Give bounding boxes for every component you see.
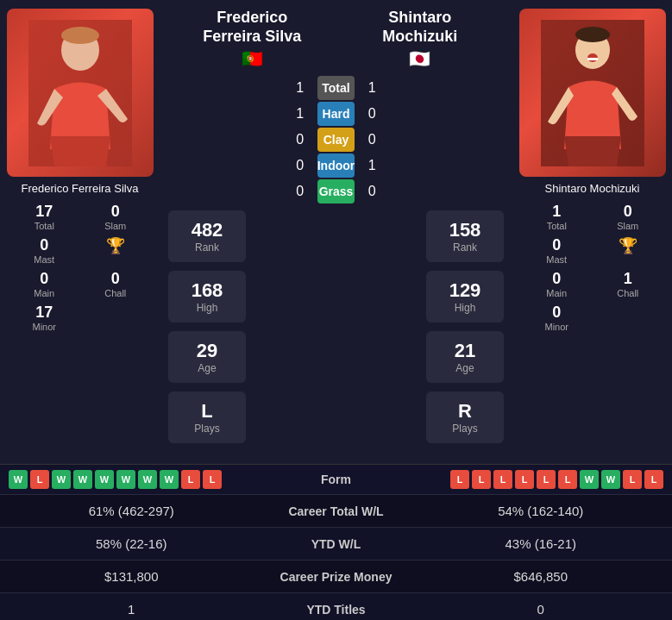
surface-badge-grass: Grass [317,179,355,204]
player-left-main-name: Frederico Ferreira Silva [168,9,336,46]
stat-main-left: 0 Main [9,267,80,301]
stat-trophy-left: 🏆 [80,234,152,267]
stats-row-2: 58% (22-16) YTD W/L 43% (16-21) [0,527,672,560]
stat-main-left-label: Main [34,288,54,298]
form-result-w: W [601,470,620,489]
form-result-l: L [450,470,469,489]
form-left: WLWWWWWWLL [9,470,285,489]
stat-total-left-label: Total [35,221,54,231]
stat-mast-left-value: 0 [40,236,48,254]
surface-score-right: 1 [359,80,385,96]
form-result-l: L [472,470,491,489]
stat-total-left: 17 Total [9,200,80,234]
form-result-l: L [515,470,534,489]
rank-left-label: Rank [185,241,229,254]
form-result-l: L [537,470,556,489]
form-result-l: L [558,470,577,489]
stats-row-4: 1 YTD Titles 0 [0,592,672,620]
form-row: WLWWWWWWLL Form LLLLLLWWLL [0,464,672,494]
player-right-main-name: Shintaro Mochizuki [336,9,505,46]
stat-chall-right: 1 Chall [593,267,664,301]
rank-box-left: 482 Rank [168,210,246,262]
player-left-bg [7,9,154,177]
age-box-right: 21 Age [426,331,504,383]
age-left-num: 29 [185,340,229,362]
flag-left-row: 🇵🇹 [168,48,336,69]
stat-total-right-value: 1 [552,203,561,221]
trophy-right-icon: 🏆 [619,236,637,255]
player-right-silhouette [541,20,644,166]
form-label: Form [285,473,388,486]
trophy-left-icon: 🏆 [106,236,125,255]
stat-slam-right-label: Slam [617,221,638,231]
form-right: LLLLLLWWLL [388,470,664,489]
middle-section: Frederico Ferreira Silva 🇵🇹 Shintaro Moc… [160,9,512,447]
form-result-l: L [644,470,663,489]
surface-badge-total: Total [317,76,355,100]
stats-left-4: 1 [13,602,250,617]
stats-right-1: 54% (162-140) [423,504,660,518]
rank-right-num: 158 [443,219,487,241]
stat-minor-left: 17 Minor [9,301,80,335]
player-right-bg [519,9,666,177]
stats-label-3: Career Prize Money [250,570,423,584]
stat-minor-right-value: 0 [552,304,561,322]
stats-left-3: $131,800 [13,569,250,584]
plays-left-num: L [185,400,229,423]
stats-label-2: YTD W/L [250,537,423,551]
stat-mast-left: 0 Mast [9,234,80,267]
stats-left-2: 58% (22-16) [13,536,250,551]
svg-point-2 [61,27,99,44]
player-left-name: Frederico Ferreira Silva [17,182,143,197]
player-left: Frederico Ferreira Silva 17 Total 0 Slam… [0,9,160,447]
stat-minor-left-value: 17 [35,304,53,322]
rank-boxes-row: 482 Rank 158 Rank [160,210,512,262]
player-right: Shintaro Mochizuki 1 Total 0 Slam 0 Mast… [512,9,672,447]
form-result-w: W [73,470,92,489]
players-section: Frederico Ferreira Silva 17 Total 0 Slam… [0,0,672,455]
surface-row-indoor: 0 Indoor 1 [279,153,394,178]
flag-right: 🇯🇵 [409,48,430,69]
surface-rows: 1 Total 1 1 Hard 0 0 Clay 0 0 Indoor 1 0… [279,74,394,205]
stat-slam-left-label: Slam [104,221,126,231]
surface-score-right: 1 [359,158,385,173]
surface-score-right: 0 [359,184,385,199]
stats-right-4: 0 [423,602,660,617]
age-box-left: 29 Age [168,331,246,383]
rank-right-label: Rank [443,241,487,254]
high-right-label: High [443,302,487,314]
form-result-w: W [116,470,135,489]
player-title-left: Frederico Ferreira Silva 🇵🇹 [168,9,336,69]
surface-score-right: 0 [359,106,385,122]
stat-main-right-label: Main [546,288,567,298]
stat-chall-right-value: 1 [624,270,632,288]
form-result-w: W [95,470,114,489]
stat-trophy-right: 🏆 [593,234,664,267]
form-result-l: L [30,470,49,489]
stats-table: 61% (462-297) Career Total W/L 54% (162-… [0,494,672,620]
player-left-photo [7,9,154,177]
player-left-stats: 17 Total 0 Slam 0 Mast 🏆 0 Main [0,200,160,335]
form-result-w: W [160,470,179,489]
age-boxes-row: 29 Age 21 Age [160,331,512,383]
stat-mast-right-label: Mast [546,254,567,265]
form-result-w: W [52,470,71,489]
stats-label-1: Career Total W/L [250,504,423,518]
stats-right-2: 43% (16-21) [423,536,660,551]
form-result-w: W [580,470,599,489]
rank-left-num: 482 [185,219,229,241]
player-left-silhouette [28,20,132,166]
surface-score-left: 0 [287,132,313,147]
stat-main-left-value: 0 [40,270,48,288]
form-result-w: W [138,470,157,489]
bottom-section: WLWWWWWWLL Form LLLLLLWWLL 61% (462-297)… [0,464,672,620]
stat-slam-right: 0 Slam [593,200,664,234]
stat-mast-right: 0 Mast [521,234,593,267]
rank-box-right: 158 Rank [426,210,504,262]
surface-badge-indoor: Indoor [317,153,355,178]
player-header: Frederico Ferreira Silva 🇵🇹 Shintaro Moc… [160,9,512,69]
plays-right-num: R [443,400,487,423]
stat-total-right: 1 Total [521,200,593,234]
stat-minor-left-label: Minor [32,322,56,332]
form-result-l: L [203,470,222,489]
